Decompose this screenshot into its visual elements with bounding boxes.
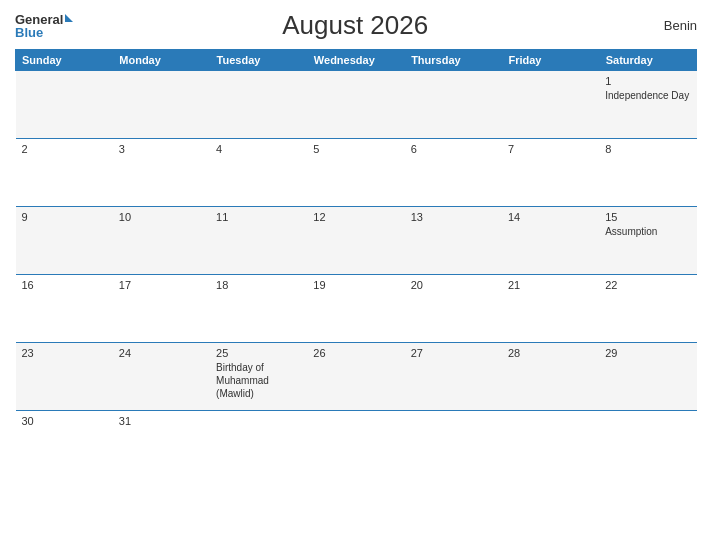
calendar-cell <box>307 71 404 139</box>
calendar-cell: 23 <box>16 343 113 411</box>
day-number: 20 <box>411 279 496 291</box>
day-number: 29 <box>605 347 690 359</box>
country-name: Benin <box>637 18 697 33</box>
day-number: 15 <box>605 211 690 223</box>
calendar-cell: 26 <box>307 343 404 411</box>
weekday-header-sunday: Sunday <box>16 50 113 71</box>
day-number: 11 <box>216 211 301 223</box>
day-number: 21 <box>508 279 593 291</box>
calendar-cell: 4 <box>210 139 307 207</box>
calendar-week-3: 9101112131415Assumption <box>16 207 697 275</box>
logo: General Blue <box>15 13 73 39</box>
logo-blue-text: Blue <box>15 26 43 39</box>
calendar-header-row: SundayMondayTuesdayWednesdayThursdayFrid… <box>16 50 697 71</box>
calendar-cell: 31 <box>113 411 210 479</box>
calendar-cell: 6 <box>405 139 502 207</box>
calendar-cell: 29 <box>599 343 696 411</box>
calendar-cell: 14 <box>502 207 599 275</box>
weekday-header-wednesday: Wednesday <box>307 50 404 71</box>
day-number: 9 <box>22 211 107 223</box>
day-number: 3 <box>119 143 204 155</box>
calendar-cell <box>502 71 599 139</box>
calendar-cell: 28 <box>502 343 599 411</box>
weekday-header-saturday: Saturday <box>599 50 696 71</box>
day-number: 10 <box>119 211 204 223</box>
calendar-cell: 11 <box>210 207 307 275</box>
logo-triangle-icon <box>65 14 73 22</box>
day-number: 1 <box>605 75 690 87</box>
calendar-week-5: 232425Birthday of Muhammad (Mawlid)26272… <box>16 343 697 411</box>
weekday-header-friday: Friday <box>502 50 599 71</box>
calendar-cell: 21 <box>502 275 599 343</box>
calendar-cell: 9 <box>16 207 113 275</box>
day-number: 30 <box>22 415 107 427</box>
calendar-cell <box>16 71 113 139</box>
calendar-cell: 30 <box>16 411 113 479</box>
day-number: 2 <box>22 143 107 155</box>
calendar-cell: 16 <box>16 275 113 343</box>
day-number: 26 <box>313 347 398 359</box>
event-name: Independence Day <box>605 89 690 102</box>
calendar-cell: 20 <box>405 275 502 343</box>
logo-general-text: General <box>15 13 63 26</box>
day-number: 25 <box>216 347 301 359</box>
calendar-week-4: 16171819202122 <box>16 275 697 343</box>
day-number: 5 <box>313 143 398 155</box>
calendar-cell: 27 <box>405 343 502 411</box>
calendar-header: General Blue August 2026 Benin <box>15 10 697 41</box>
day-number: 22 <box>605 279 690 291</box>
calendar-table: SundayMondayTuesdayWednesdayThursdayFrid… <box>15 49 697 479</box>
event-name: Assumption <box>605 225 690 238</box>
calendar-body: 1Independence Day23456789101112131415Ass… <box>16 71 697 479</box>
calendar-cell: 10 <box>113 207 210 275</box>
day-number: 28 <box>508 347 593 359</box>
day-number: 8 <box>605 143 690 155</box>
calendar-cell <box>113 71 210 139</box>
calendar-cell: 3 <box>113 139 210 207</box>
calendar-cell: 7 <box>502 139 599 207</box>
calendar-cell <box>210 71 307 139</box>
calendar-cell: 24 <box>113 343 210 411</box>
calendar-cell: 12 <box>307 207 404 275</box>
calendar-cell <box>405 71 502 139</box>
calendar-cell <box>502 411 599 479</box>
calendar-cell: 17 <box>113 275 210 343</box>
calendar-week-1: 1Independence Day <box>16 71 697 139</box>
calendar-cell <box>599 411 696 479</box>
calendar-cell <box>307 411 404 479</box>
calendar-cell: 22 <box>599 275 696 343</box>
calendar-cell: 19 <box>307 275 404 343</box>
calendar-cell: 5 <box>307 139 404 207</box>
calendar-cell: 8 <box>599 139 696 207</box>
calendar-cell <box>210 411 307 479</box>
day-number: 14 <box>508 211 593 223</box>
event-name: Birthday of Muhammad (Mawlid) <box>216 361 301 400</box>
calendar-week-6: 3031 <box>16 411 697 479</box>
day-number: 19 <box>313 279 398 291</box>
weekday-header-thursday: Thursday <box>405 50 502 71</box>
calendar-cell: 25Birthday of Muhammad (Mawlid) <box>210 343 307 411</box>
day-number: 7 <box>508 143 593 155</box>
day-number: 12 <box>313 211 398 223</box>
weekday-header-monday: Monday <box>113 50 210 71</box>
calendar-cell: 2 <box>16 139 113 207</box>
day-number: 27 <box>411 347 496 359</box>
calendar-cell <box>405 411 502 479</box>
calendar-cell: 13 <box>405 207 502 275</box>
calendar-page: General Blue August 2026 Benin SundayMon… <box>0 0 712 550</box>
day-number: 6 <box>411 143 496 155</box>
calendar-cell: 1Independence Day <box>599 71 696 139</box>
day-number: 13 <box>411 211 496 223</box>
day-number: 16 <box>22 279 107 291</box>
calendar-week-2: 2345678 <box>16 139 697 207</box>
day-number: 4 <box>216 143 301 155</box>
day-number: 18 <box>216 279 301 291</box>
day-number: 23 <box>22 347 107 359</box>
weekday-header-tuesday: Tuesday <box>210 50 307 71</box>
day-number: 24 <box>119 347 204 359</box>
day-number: 17 <box>119 279 204 291</box>
calendar-cell: 18 <box>210 275 307 343</box>
calendar-cell: 15Assumption <box>599 207 696 275</box>
calendar-title: August 2026 <box>73 10 637 41</box>
day-number: 31 <box>119 415 204 427</box>
